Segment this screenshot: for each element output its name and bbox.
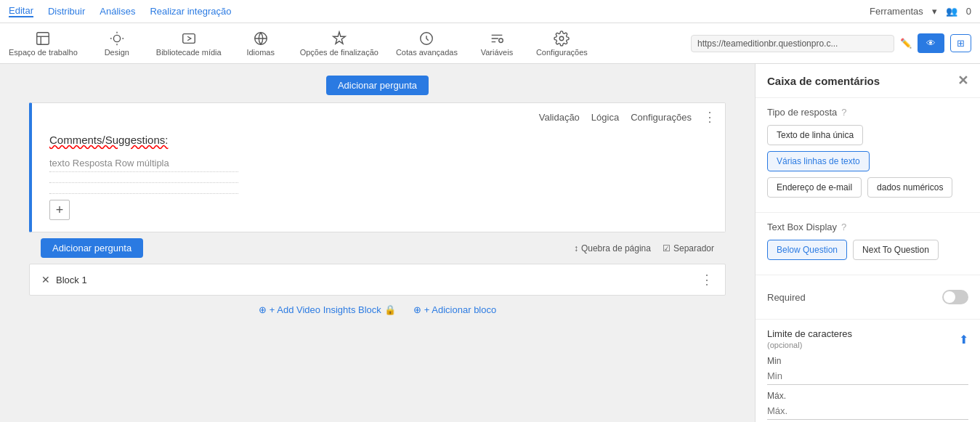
toolbar-settings-label: Configurações bbox=[536, 48, 588, 57]
toolbar: Espaço de trabalho Design Bibliotecade m… bbox=[0, 23, 980, 64]
add-block-label: + Adicionar bloco bbox=[424, 304, 496, 315]
toolbar-design[interactable]: Design bbox=[95, 31, 139, 57]
add-circle-icon: ⊕ bbox=[259, 304, 267, 315]
panel-close-button[interactable]: ✕ bbox=[957, 73, 968, 89]
option-single-line[interactable]: Texto de linha única bbox=[767, 125, 863, 145]
panel-header: Caixa de comentários ✕ bbox=[756, 64, 980, 98]
collapse-icon[interactable]: ✕ bbox=[41, 274, 50, 285]
toolbar-media-label: Bibliotecade mídia bbox=[156, 48, 222, 57]
required-section: Required bbox=[756, 275, 980, 320]
toolbar-media[interactable]: Bibliotecade mídia bbox=[156, 31, 222, 57]
preview-button[interactable]: 👁 bbox=[918, 33, 944, 53]
question-content: Comments/Suggestions: texto Resposta Row… bbox=[32, 128, 725, 232]
toolbar-variables[interactable]: Variáveis bbox=[475, 31, 519, 57]
option-numeric[interactable]: dados numéricos bbox=[867, 177, 952, 198]
nav-realizar[interactable]: Realizar integração bbox=[150, 6, 231, 17]
answer-row-3[interactable] bbox=[49, 187, 238, 194]
nav-analises[interactable]: Análises bbox=[100, 6, 135, 17]
toolbar-languages[interactable]: Idiomas bbox=[239, 31, 283, 57]
separator-button[interactable]: ☑ Separador bbox=[663, 243, 714, 253]
toolbar-languages-label: Idiomas bbox=[246, 48, 275, 57]
question-header: Validação Lógica Configurações ⋮ bbox=[32, 103, 725, 128]
answer-row-1[interactable]: texto Resposta Row múltipla bbox=[49, 155, 238, 172]
bottom-actions: ⊕ + Add Video Insights Block 🔒 ⊕ + Adici… bbox=[0, 296, 755, 324]
max-input[interactable] bbox=[767, 402, 968, 420]
separator-label: Separador bbox=[673, 243, 714, 253]
main-layout: Adicionar pergunta Q1 Validação Lógica C… bbox=[0, 64, 980, 422]
required-toggle-row: Required bbox=[767, 290, 968, 304]
validation-link[interactable]: Validação bbox=[539, 112, 580, 123]
add-question-button-top[interactable]: Adicionar pergunta bbox=[326, 76, 429, 95]
toolbar-quotas[interactable]: Cotas avançadas bbox=[396, 31, 458, 57]
toolbar-quotas-label: Cotas avançadas bbox=[396, 48, 458, 57]
add-row-button[interactable]: + bbox=[49, 200, 70, 220]
answer-row-2[interactable] bbox=[49, 176, 238, 183]
add-question-bar-top: Adicionar pergunta bbox=[0, 71, 755, 100]
top-nav-right: Ferramentas ▾ 👥 0 bbox=[870, 6, 971, 17]
add-question-bar-bottom: Adicionar pergunta ↕ Quebra de página ☑ … bbox=[29, 235, 726, 261]
page-break-icon: ↕ bbox=[574, 243, 578, 253]
response-type-help-icon[interactable]: ? bbox=[841, 107, 846, 118]
logic-link[interactable]: Lógica bbox=[591, 112, 619, 123]
top-navigation: Editar Distribuir Análises Realizar inte… bbox=[0, 0, 980, 23]
toolbar-workspace[interactable]: Espaço de trabalho bbox=[9, 31, 78, 57]
right-panel: Caixa de comentários ✕ Tipo de resposta … bbox=[755, 64, 980, 422]
grid-icon-btn[interactable]: ⊞ bbox=[950, 34, 971, 52]
ferramentas-menu[interactable]: Ferramentas bbox=[870, 6, 923, 17]
add-video-block-button[interactable]: ⊕ + Add Video Insights Block 🔒 bbox=[259, 304, 396, 315]
add-question-button-bottom[interactable]: Adicionar pergunta bbox=[41, 238, 143, 258]
min-input[interactable] bbox=[767, 368, 968, 385]
required-toggle[interactable] bbox=[942, 290, 968, 304]
toolbar-settings[interactable]: Configurações bbox=[536, 31, 588, 57]
svg-point-7 bbox=[499, 38, 503, 43]
content-area: Adicionar pergunta Q1 Validação Lógica C… bbox=[0, 64, 755, 422]
toolbar-finalization-label: Opções de finalização bbox=[300, 48, 378, 57]
max-label: Máx. bbox=[767, 391, 968, 401]
toolbar-workspace-label: Espaço de trabalho bbox=[9, 48, 78, 57]
users-icon: 👥 bbox=[946, 6, 957, 17]
response-type-section: Tipo de resposta ? Texto de linha única … bbox=[756, 98, 980, 213]
nav-distribuir[interactable]: Distribuir bbox=[48, 6, 85, 17]
response-type-title: Tipo de resposta ? bbox=[767, 107, 968, 118]
svg-point-3 bbox=[113, 35, 120, 41]
textbox-display-options: Below Question Next To Question bbox=[767, 240, 968, 260]
required-label: Required bbox=[767, 292, 806, 303]
textbox-display-title: Text Box Display ? bbox=[767, 222, 968, 232]
char-limit-section: Limite de caracteres (opcional) ⬆ Min Má… bbox=[756, 320, 980, 422]
answer-area: texto Resposta Row múltipla bbox=[49, 155, 708, 194]
option-multi-line[interactable]: Várias linhas de texto bbox=[767, 151, 870, 171]
option-next-to-question[interactable]: Next To Question bbox=[853, 240, 939, 260]
toolbar-finalization[interactable]: Opções de finalização bbox=[300, 31, 378, 57]
edit-url-icon[interactable]: ✏️ bbox=[900, 38, 912, 49]
page-break-label: Quebra de página bbox=[581, 243, 651, 253]
block-dots-menu[interactable]: ⋮ bbox=[700, 272, 713, 288]
panel-title: Caixa de comentários bbox=[767, 75, 880, 87]
block-label: Block 1 bbox=[56, 275, 87, 285]
nav-editar[interactable]: Editar bbox=[9, 5, 33, 17]
add-block-button[interactable]: ⊕ + Adicionar bloco bbox=[413, 304, 496, 315]
question-title: Comments/Suggestions: bbox=[49, 134, 708, 146]
option-email[interactable]: Endereço de e-mail bbox=[767, 177, 862, 198]
svg-rect-0 bbox=[37, 32, 49, 44]
question-block: Validação Lógica Configurações ⋮ Comment… bbox=[29, 102, 726, 232]
url-text: https://teameditionbr.questionpro.c... bbox=[697, 38, 838, 49]
settings-link[interactable]: Configurações bbox=[631, 112, 692, 123]
block-left: ✕ Block 1 bbox=[41, 274, 87, 285]
response-type-options: Texto de linha única Várias linhas de te… bbox=[767, 125, 968, 171]
page-break-button[interactable]: ↕ Quebra de página bbox=[574, 243, 651, 253]
toggle-knob bbox=[944, 291, 955, 303]
textbox-display-help-icon[interactable]: ? bbox=[841, 222, 846, 232]
separator-icon: ☑ bbox=[663, 243, 671, 253]
svg-rect-4 bbox=[182, 33, 195, 43]
option-below-question[interactable]: Below Question bbox=[767, 240, 847, 260]
video-insights-icon: 🔒 bbox=[384, 304, 396, 315]
char-limit-title: Limite de caracteres (opcional) bbox=[767, 328, 852, 350]
question-dots-menu[interactable]: ⋮ bbox=[703, 109, 716, 125]
scroll-up-button[interactable]: ⬆ bbox=[959, 333, 968, 346]
svg-point-8 bbox=[560, 36, 564, 41]
add-video-block-label: + Add Video Insights Block bbox=[270, 304, 381, 315]
toolbar-variables-label: Variáveis bbox=[481, 48, 513, 57]
toolbar-right: https://teameditionbr.questionpro.c... ✏… bbox=[691, 33, 971, 53]
chevron-down-icon: ▾ bbox=[932, 6, 937, 17]
response-type-options-2: Endereço de e-mail dados numéricos bbox=[767, 177, 968, 198]
